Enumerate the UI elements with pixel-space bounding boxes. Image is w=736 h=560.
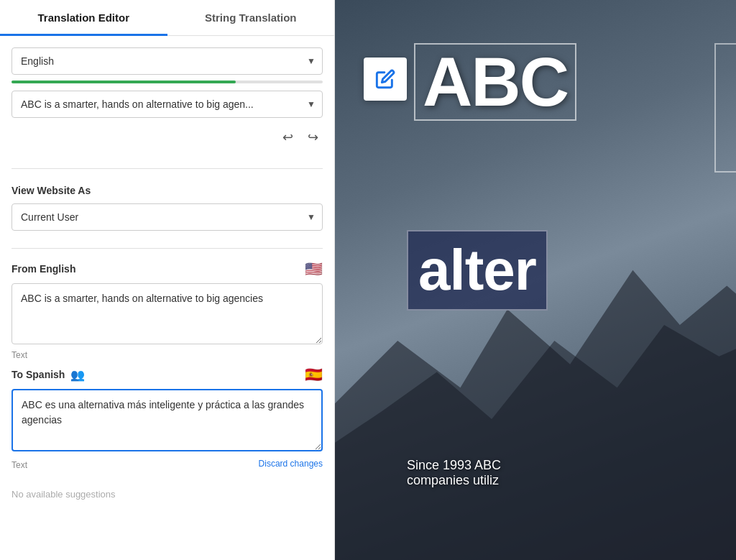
website-preview: ABC alter Since 1993 ABC companies utili… bbox=[335, 0, 736, 560]
divider-1 bbox=[12, 168, 323, 169]
string-select-wrapper: ABC is a smarter, hands on alternative t… bbox=[12, 91, 323, 118]
discard-row: Text Discard changes bbox=[12, 457, 323, 470]
mountain-silhouette bbox=[335, 168, 736, 560]
to-section-header: To Spanish 👥 🇪🇸 bbox=[12, 366, 323, 383]
from-flag-icon: 🇺🇸 bbox=[305, 260, 323, 277]
to-section-title: To Spanish bbox=[12, 369, 65, 380]
redo-button[interactable]: ↪ bbox=[305, 128, 321, 147]
translation-panel: Translation Editor String Translation En… bbox=[0, 0, 335, 560]
panel-content: English Spanish French German ▼ ABC is a… bbox=[0, 36, 334, 514]
to-type-label: Text bbox=[12, 460, 27, 470]
alter-hero-text: alter bbox=[407, 230, 548, 311]
tabs-bar: Translation Editor String Translation bbox=[0, 0, 334, 36]
from-section-title: From English bbox=[12, 263, 75, 275]
string-select[interactable]: ABC is a smarter, hands on alternative t… bbox=[12, 91, 323, 118]
language-select-wrapper: English Spanish French German ▼ bbox=[12, 47, 323, 75]
preview-background: ABC alter Since 1993 ABC companies utili… bbox=[335, 0, 736, 560]
from-section-header: From English 🇺🇸 bbox=[12, 260, 323, 277]
undo-redo-bar: ↩ ↪ bbox=[12, 124, 323, 151]
from-type-label: Text bbox=[12, 350, 323, 360]
from-section: From English 🇺🇸 ABC is a smarter, hands … bbox=[12, 260, 323, 360]
divider-2 bbox=[12, 248, 323, 249]
undo-button[interactable]: ↩ bbox=[280, 128, 296, 147]
discard-changes-button[interactable]: Discard changes bbox=[259, 459, 323, 469]
to-text-area[interactable]: ABC es una alternativa más inteligente y… bbox=[12, 389, 323, 451]
language-progress-bar bbox=[12, 81, 323, 83]
pencil-icon bbox=[375, 69, 395, 89]
from-text-area[interactable]: ABC is a smarter, hands on alternative t… bbox=[12, 283, 323, 344]
view-as-select[interactable]: Current User Guest Admin bbox=[12, 203, 323, 231]
language-select[interactable]: English Spanish French German bbox=[12, 47, 323, 75]
no-suggestions-label: No available suggestions bbox=[12, 486, 323, 502]
view-website-as-label: View Website As bbox=[12, 185, 323, 196]
edit-icon-box[interactable] bbox=[364, 58, 407, 101]
to-section: To Spanish 👥 🇪🇸 ABC es una alternativa m… bbox=[12, 366, 323, 470]
abc-hero-text: ABC bbox=[414, 43, 576, 121]
right-border-decoration bbox=[714, 43, 736, 173]
since-text: Since 1993 ABC companies utiliz bbox=[407, 458, 501, 488]
to-flag-icon: 🇪🇸 bbox=[305, 366, 323, 383]
view-as-select-wrapper: Current User Guest Admin ▼ bbox=[12, 203, 323, 231]
tab-string-translation[interactable]: String Translation bbox=[167, 0, 335, 35]
tab-translation-editor[interactable]: Translation Editor bbox=[0, 0, 167, 35]
progress-bar-fill bbox=[12, 81, 236, 83]
users-icon: 👥 bbox=[70, 368, 85, 382]
